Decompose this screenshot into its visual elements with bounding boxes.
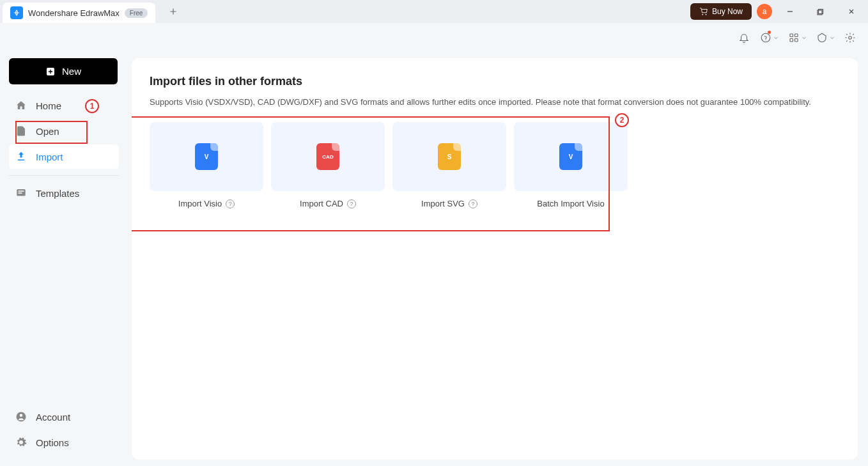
svg-rect-8 [795, 38, 798, 42]
nav-label: Templates [36, 188, 79, 199]
buy-now-button[interactable]: Buy Now [690, 3, 752, 20]
svg-point-0 [702, 14, 703, 15]
notifications-icon[interactable] [738, 31, 750, 44]
card-label: Import CAD [300, 199, 343, 208]
buy-now-label: Buy Now [712, 7, 743, 16]
svg-rect-7 [790, 38, 793, 42]
content-panel: Import files in other formats Supports V… [132, 58, 858, 460]
nav-label: Account [36, 412, 70, 423]
nav-templates[interactable]: Templates [9, 181, 119, 205]
svg-rect-5 [790, 34, 793, 37]
svg-point-1 [706, 14, 707, 15]
apps-menu[interactable] [787, 31, 807, 44]
svg-rect-12 [19, 190, 24, 192]
help-menu[interactable] [759, 31, 779, 44]
nav-home[interactable]: Home [9, 93, 119, 118]
active-tab[interactable]: Wondershare EdrawMax Free [3, 3, 155, 23]
card-label: Batch Import Visio [537, 199, 604, 208]
tab-title: Wondershare EdrawMax [28, 8, 120, 18]
import-visio-card[interactable]: V Import Visio? [150, 122, 263, 208]
batch-import-visio-card[interactable]: V Batch Import Visio [514, 122, 628, 208]
page-description: Supports Visio (VSDX/VSD), CAD (DWG/DXF)… [150, 97, 840, 107]
import-cad-card[interactable]: CAD Import CAD? [271, 122, 385, 208]
divider [9, 175, 119, 176]
svg-point-4 [761, 33, 770, 42]
svg-rect-13 [19, 192, 22, 194]
maximize-button[interactable] [808, 1, 833, 22]
nav-import[interactable]: Import [9, 144, 119, 169]
nav-options[interactable]: Options [9, 430, 119, 454]
help-icon[interactable]: ? [347, 199, 356, 208]
minimize-button[interactable] [777, 1, 803, 22]
import-svg-card[interactable]: S Import SVG? [392, 122, 506, 208]
visio-file-icon: V [559, 143, 582, 170]
help-icon[interactable]: ? [226, 199, 235, 208]
new-button-label: New [62, 66, 81, 77]
visio-file-icon: V [195, 143, 218, 170]
nav-account[interactable]: Account [9, 405, 119, 429]
nav-label: Import [36, 151, 63, 162]
app-logo-icon [10, 6, 23, 19]
settings-icon[interactable] [844, 31, 856, 44]
new-button[interactable]: New [9, 58, 118, 84]
nav-open[interactable]: Open [9, 119, 119, 143]
card-label: Import SVG [421, 199, 465, 208]
close-button[interactable] [839, 1, 864, 22]
toolbar [0, 23, 868, 52]
sidebar: New Home Open Import Templates Account [0, 52, 128, 466]
user-avatar[interactable]: a [757, 4, 772, 19]
new-tab-button[interactable] [163, 1, 183, 22]
titlebar: Wondershare EdrawMax Free Buy Now a [0, 0, 868, 23]
svg-point-15 [20, 414, 23, 417]
free-badge: Free [125, 8, 148, 18]
nav-label: Home [36, 100, 61, 111]
card-label: Import Visio [178, 199, 222, 208]
svg-file-icon: S [438, 143, 461, 170]
theme-menu[interactable] [816, 31, 835, 44]
nav-label: Options [36, 437, 69, 448]
page-title: Import files in other formats [150, 75, 840, 88]
nav-label: Open [36, 126, 59, 137]
svg-point-9 [849, 36, 852, 39]
import-cards: V Import Visio? CAD Import CAD? S Import… [150, 122, 840, 208]
svg-rect-6 [795, 34, 798, 37]
help-icon[interactable]: ? [469, 199, 477, 208]
cad-file-icon: CAD [316, 143, 339, 170]
